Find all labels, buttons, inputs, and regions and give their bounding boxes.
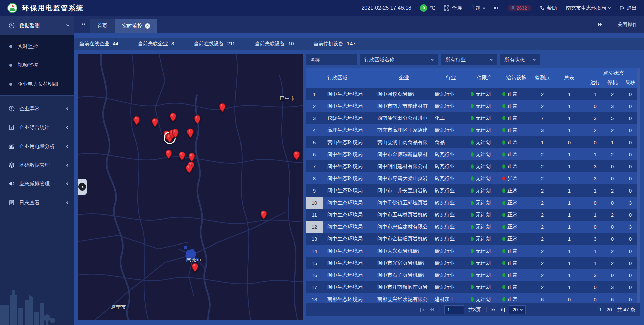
map-pin[interactable] — [186, 164, 193, 173]
map-pin[interactable] — [172, 129, 179, 138]
tabs-scroll-left-button[interactable] — [80, 23, 85, 26]
table-row[interactable]: 8阆中生态环境局阆中市枣碧大梁山页岩砖瓦行业无计划异常21300 — [306, 172, 640, 184]
status-dot-icon — [502, 237, 505, 241]
map-collapse-handle[interactable] — [78, 179, 87, 195]
cell-run-count: 3 — [586, 112, 604, 124]
chevron-down-icon — [66, 23, 70, 27]
table-row[interactable]: 5营山生态环境局营山县润丰肉食品有限食品无计划正常10010 — [306, 136, 640, 148]
status-filter-select[interactable]: 所有状态 — [500, 54, 540, 65]
sidebar-item-emergency-reduction[interactable]: 应急减排管理 — [0, 174, 74, 193]
help-button[interactable]: 帮助 — [540, 5, 557, 11]
status-dot-icon — [471, 225, 474, 229]
prev-page-button[interactable] — [428, 308, 434, 311]
logout-button[interactable]: 退出 — [619, 5, 637, 11]
sidebar-item-data-monitoring[interactable]: 数据监测 — [0, 16, 74, 35]
sidebar-item-company-statistics[interactable]: 企业综合统计 — [0, 118, 74, 137]
map-pin[interactable] — [188, 153, 195, 162]
table-row[interactable]: 17阆中生态环境局阆中市江南镇阆南页岩砖瓦行业无计划正常21030 — [306, 281, 640, 293]
status-dot-icon — [471, 176, 474, 181]
col-header-region: 行政区域 — [323, 68, 375, 88]
cell-run-count: 1 — [586, 257, 604, 269]
table-row[interactable]: 1阆中生态环境局阆中强锐页岩砖厂砖瓦行业无计划正常21120 — [306, 88, 640, 100]
chevron-down-icon — [533, 58, 536, 61]
status-dot-icon — [502, 213, 505, 217]
cell-stop-status: 无计划 — [469, 257, 500, 269]
tab-home[interactable]: 首页 — [90, 19, 115, 33]
cell-company: 阆中市枣碧大梁山页岩 — [375, 172, 433, 184]
status-text: 无计划 — [476, 163, 491, 170]
bullet-dot-icon — [9, 83, 12, 86]
table-row[interactable]: 2阆中生态环境局阆中市南方节能建材有砖瓦行业无计划正常21030 — [306, 100, 640, 112]
next-page-button[interactable] — [492, 308, 497, 311]
cell-stopped-count: 2 — [604, 245, 621, 257]
table-row[interactable]: 13阆中生态环境局阆中市金福旺页岩机砖砖瓦行业无计划正常21300 — [306, 233, 640, 245]
map-pin[interactable] — [194, 115, 201, 124]
table-scrollbar[interactable] — [637, 68, 640, 303]
cell-index: 11 — [306, 209, 323, 221]
page-size-select[interactable]: 20 — [509, 305, 526, 314]
industry-filter-select[interactable]: 所有行业 — [441, 54, 497, 65]
status-dot-icon — [502, 188, 505, 193]
tab-close-icon[interactable]: ✕ — [145, 23, 150, 29]
table-row[interactable]: 11阆中生态环境局阆中市五马桥页岩机砖砖瓦行业无计划正常21120 — [306, 209, 640, 221]
map-pin[interactable] — [170, 113, 176, 122]
table-row[interactable]: 16阆中生态环境局阆中市石子页岩机砖厂砖瓦行业无计划正常21300 — [306, 269, 640, 281]
volume-button[interactable] — [494, 6, 499, 10]
table-row[interactable]: 15阆中生态环境局阆中市光富页岩机砖厂砖瓦行业无计划正常21120 — [306, 257, 640, 269]
cell-index: 16 — [306, 269, 323, 281]
map-pin[interactable] — [293, 151, 300, 160]
table-row[interactable]: 3仪陇生态环境局西南油气田分公司川中化工无计划正常71350 — [306, 112, 640, 124]
map-pin[interactable] — [187, 128, 194, 138]
map-pin[interactable] — [260, 210, 267, 219]
sidebar-item-power-load-detail[interactable]: 企业电力负荷明细 — [0, 74, 74, 93]
cell-index: 2 — [306, 100, 323, 112]
tab-realtime-monitor[interactable]: 实时监控 ✕ — [115, 19, 157, 33]
map-pin[interactable] — [192, 263, 198, 272]
table-row[interactable]: 7阆中生态环境局阆中明阳建材有限公司砖瓦行业无计划正常21300 — [306, 160, 640, 172]
table-row[interactable]: 10阆中生态环境局阆中千佛镇五郎垭页岩砖瓦行业无计划正常21003 — [306, 197, 640, 209]
close-operations-button[interactable]: 关闭操作 — [617, 21, 637, 28]
sidebar-item-log-view[interactable]: 日志查看 — [0, 193, 74, 212]
cell-company: 阆中大兴页岩机砖厂 — [375, 245, 433, 257]
cell-monitor-count: 2 — [532, 209, 552, 221]
cell-index: 1 — [306, 88, 323, 100]
cell-stopped-count: 2 — [604, 124, 621, 136]
first-page-button[interactable] — [420, 308, 424, 312]
user-menu[interactable]: 南充市生态环境局 — [566, 5, 610, 11]
name-filter-input[interactable] — [306, 54, 357, 65]
sidebar-item-power-analysis[interactable]: 企业用电量分析 — [0, 137, 74, 156]
cell-region: 阆中生态环境局 — [323, 281, 375, 293]
table-row[interactable]: 6阆中生态环境局阆中市金博瑞新型墙材砖瓦行业无计划正常21120 — [306, 148, 640, 160]
cell-run-count: 0 — [586, 136, 604, 148]
region-filter-select[interactable]: 行政区域名称 — [360, 54, 438, 65]
table-row[interactable]: 18南部生态环境局南部县兴华水泥有限公建材加工无计划正常60060 — [306, 293, 640, 303]
cell-stopped-count: 1 — [604, 136, 621, 148]
status-dot-icon — [471, 249, 474, 253]
map-pin[interactable] — [179, 151, 185, 160]
map-pin[interactable] — [165, 150, 172, 159]
table-row[interactable]: 14阆中生态环境局阆中大兴页岩机砖厂砖瓦行业无计划正常21120 — [306, 245, 640, 257]
theme-menu[interactable]: 主题 — [471, 5, 485, 11]
notification-badge[interactable]: 2632 — [508, 5, 531, 11]
status-text: 正常 — [507, 91, 518, 97]
page-input[interactable] — [444, 305, 464, 314]
last-page-button[interactable] — [501, 308, 505, 312]
map-pin[interactable] — [133, 116, 140, 125]
map-pin[interactable] — [219, 103, 226, 112]
sidebar-item-basic-data[interactable]: 基础数据管理 — [0, 156, 74, 174]
sidebar-item-realtime-monitor[interactable]: 实时监控 — [0, 37, 74, 56]
table-row[interactable]: 4高坪生态环境局南充市高坪区王家店建砖瓦行业无计划正常31220 — [306, 124, 640, 136]
cell-industry: 砖瓦行业 — [433, 124, 469, 136]
table-row[interactable]: 9阆中生态环境局阆中市二龙长宝页岩砖砖瓦行业无计划正常21120 — [306, 184, 640, 197]
table-row[interactable]: 12阆中生态环境局阆中市忠信建材有限公砖瓦行业无计划正常21003 — [306, 221, 640, 233]
cell-stopped-count: 0 — [604, 197, 621, 209]
cell-company: 阆中市五马桥页岩机砖 — [375, 209, 433, 221]
cell-meter-count: 1 — [552, 281, 586, 293]
fullscreen-button[interactable]: 全屏 — [444, 5, 462, 11]
map-pin[interactable] — [152, 118, 158, 127]
map-panel[interactable]: 巴中市南充市遂宁市 — [78, 54, 303, 320]
sidebar-item-company-abnormal[interactable]: 企业异常 — [0, 99, 74, 118]
cell-stop-status: 无计划 — [469, 245, 500, 257]
tabs-scroll-right-button[interactable] — [598, 23, 604, 26]
sidebar-item-video-monitor[interactable]: 视频监控 — [0, 56, 74, 74]
